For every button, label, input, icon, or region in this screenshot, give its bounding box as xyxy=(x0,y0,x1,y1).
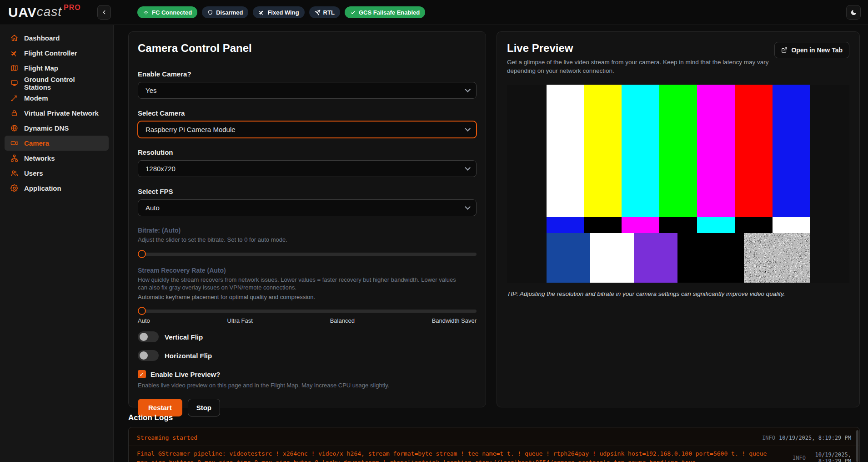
bitrate-description: Adjust the slider to set the bitrate. Se… xyxy=(138,236,477,244)
enable-camera-select[interactable]: Yes xyxy=(138,82,477,99)
globe-icon xyxy=(10,124,18,132)
recovery-rate-ticks: Auto Ultra Fast Balanced Bandwidth Saver xyxy=(138,317,477,324)
log-row: Final GStreamer pipeline: videotestsrc !… xyxy=(129,446,859,462)
vertical-flip-toggle-row: Vertical Flip xyxy=(138,331,477,342)
gear-icon xyxy=(10,184,18,192)
collapse-sidebar-button[interactable] xyxy=(97,5,111,20)
open-in-new-tab-button[interactable]: Open in New Tab xyxy=(774,42,849,58)
users-icon xyxy=(10,169,18,177)
network-icon xyxy=(10,154,18,162)
log-timestamp: 10/19/2025, 8:19:29 PM xyxy=(779,435,851,441)
sidebar-item-modem[interactable]: Modem xyxy=(5,91,109,106)
resolution-label: Resolution xyxy=(138,148,477,156)
log-level: INFO xyxy=(793,455,806,461)
slider-track xyxy=(138,310,477,313)
theme-toggle-button[interactable] xyxy=(846,5,861,20)
moon-icon xyxy=(850,9,857,16)
toggle-knob xyxy=(140,333,148,341)
stop-button[interactable]: Stop xyxy=(188,399,220,416)
horizontal-flip-toggle[interactable] xyxy=(138,350,159,361)
status-badge-gcs-failsafe: GCS Failsafe Enabled xyxy=(345,6,425,18)
live-preview-panel: Live Preview Get a glimpse of the live v… xyxy=(497,31,860,407)
toggle-knob xyxy=(140,351,148,360)
chevron-left-icon xyxy=(101,9,107,15)
live-preview-title: Live Preview xyxy=(507,42,774,55)
main-content: Camera Control Panel Enable Camera? Yes … xyxy=(114,25,868,462)
monitor-icon xyxy=(10,79,18,87)
plane-icon xyxy=(10,49,18,57)
brand-text: UAV xyxy=(8,5,37,20)
action-logs-box: Streaming started INFO 10/19/2025, 8:19:… xyxy=(128,427,860,462)
status-badges: FC Connected Disarmed Fixed Wing RTL GCS… xyxy=(137,6,846,18)
check-icon xyxy=(350,10,356,15)
select-camera-select[interactable]: Raspberry Pi Camera Module xyxy=(138,121,477,138)
logs-scrollbar[interactable] xyxy=(856,430,858,462)
video-camera-icon xyxy=(10,139,18,147)
sidebar-item-camera[interactable]: Camera xyxy=(5,136,109,151)
fps-select[interactable]: Auto xyxy=(138,199,477,216)
enable-camera-label: Enable Camera? xyxy=(138,70,477,78)
sidebar-item-flight-controller[interactable]: Flight Controller xyxy=(5,46,109,61)
action-logs-section: Action Logs Streaming started INFO 10/19… xyxy=(128,413,860,462)
recovery-rate-label: Stream Recovery Rate (Auto) xyxy=(138,267,477,274)
smpte-test-pattern xyxy=(547,85,810,283)
vertical-flip-toggle[interactable] xyxy=(138,331,159,342)
recovery-rate-description2: Automatic keyframe placement for optimal… xyxy=(138,293,477,301)
horizontal-flip-label: Horizontal Flip xyxy=(165,352,212,360)
sidebar: Dashboard Flight Controller Flight Map G… xyxy=(0,25,114,462)
antenna-icon xyxy=(10,94,18,102)
sidebar-item-dashboard[interactable]: Dashboard xyxy=(5,30,109,46)
fps-label: Select FPS xyxy=(138,188,477,195)
live-preview-description: Get a glimpse of the live video stream f… xyxy=(507,58,774,76)
bitrate-slider[interactable] xyxy=(138,249,477,259)
vertical-flip-label: Vertical Flip xyxy=(165,333,203,341)
external-link-icon xyxy=(781,47,788,53)
horizontal-flip-toggle-row: Horizontal Flip xyxy=(138,350,477,361)
log-row: Streaming started INFO 10/19/2025, 8:19:… xyxy=(129,430,859,446)
enable-live-preview-checkbox[interactable]: ✓ xyxy=(138,370,146,378)
sidebar-item-networks[interactable]: Networks xyxy=(5,151,109,166)
select-camera-label: Select Camera xyxy=(138,109,477,117)
sidebar-item-application[interactable]: Application xyxy=(5,181,109,196)
status-badge-fixed-wing: Fixed Wing xyxy=(253,6,304,18)
brand-logo: UAVcast PRO xyxy=(8,5,97,20)
wifi-icon xyxy=(143,9,149,15)
chevron-down-icon xyxy=(465,204,471,210)
chevron-down-icon xyxy=(465,165,471,171)
camera-panel-title: Camera Control Panel xyxy=(138,42,477,55)
plane-icon xyxy=(258,9,265,15)
enable-live-preview-row: ✓ Enable Live Preview? xyxy=(138,370,477,378)
status-badge-disarmed: Disarmed xyxy=(202,6,248,18)
recovery-slider-thumb[interactable] xyxy=(138,307,146,315)
chevron-down-icon xyxy=(465,86,471,92)
sidebar-item-vpn[interactable]: Virtual Private Network xyxy=(5,106,109,121)
bitrate-slider-thumb[interactable] xyxy=(138,250,146,258)
chevron-down-icon xyxy=(465,126,471,132)
sidebar-item-flight-map[interactable]: Flight Map xyxy=(5,61,109,76)
status-badge-fc-connected: FC Connected xyxy=(137,6,197,18)
live-preview-video xyxy=(507,85,849,283)
camera-control-panel: Camera Control Panel Enable Camera? Yes … xyxy=(128,31,486,407)
lock-icon xyxy=(10,109,18,117)
home-icon xyxy=(10,34,18,42)
slider-track xyxy=(138,253,477,256)
shield-icon xyxy=(207,10,213,15)
brand-pro-badge: PRO xyxy=(64,4,81,12)
log-level: INFO xyxy=(762,435,775,441)
enable-live-preview-label: Enable Live Preview? xyxy=(151,371,220,378)
status-badge-rtl: RTL xyxy=(309,6,340,18)
resolution-select[interactable]: 1280x720 xyxy=(138,160,477,177)
top-bar: UAVcast PRO FC Connected Disarmed Fixed … xyxy=(0,0,868,25)
sidebar-item-dynamic-dns[interactable]: Dynamic DNS xyxy=(5,121,109,136)
sidebar-item-users[interactable]: Users xyxy=(5,166,109,181)
recovery-rate-slider[interactable] xyxy=(138,306,477,315)
send-icon xyxy=(315,10,321,15)
live-preview-tip: TIP: Adjusting the resolution and bitrat… xyxy=(507,290,849,297)
sidebar-item-ground-control-stations[interactable]: Ground Control Stations xyxy=(5,76,109,91)
bitrate-label: Bitrate: (Auto) xyxy=(138,227,477,234)
enable-live-preview-description: Enables live video preview on this page … xyxy=(138,382,477,389)
log-timestamp: 10/19/2025, 8:19:29 PM xyxy=(809,452,851,462)
map-icon xyxy=(10,64,18,72)
recovery-rate-description: How quickly the stream recovers from net… xyxy=(138,276,456,292)
